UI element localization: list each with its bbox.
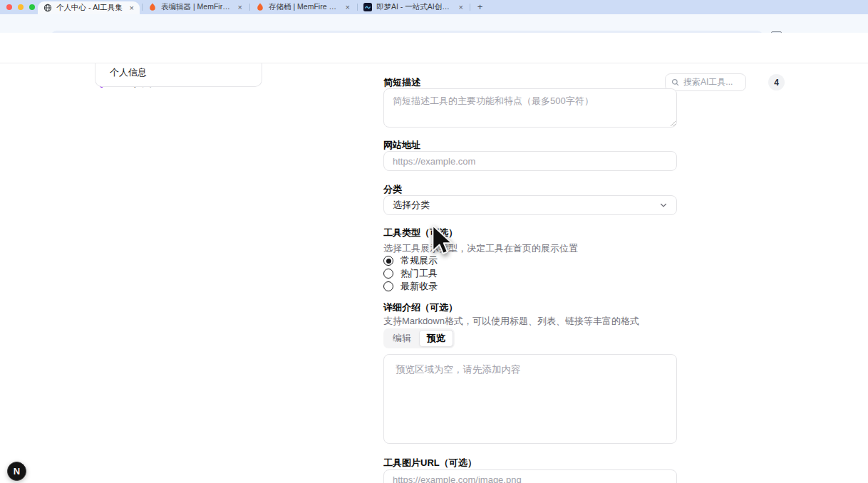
globe-favicon [43, 4, 52, 12]
browser-tab[interactable]: 即梦AI - 一站式AI创作平台 × [358, 0, 469, 14]
tab-divider [470, 4, 470, 11]
radio-label: 热门工具 [401, 267, 438, 280]
radio-label: 常规展示 [401, 254, 438, 267]
radio-icon[interactable] [383, 281, 393, 291]
flame-favicon [148, 3, 157, 11]
browser-tab[interactable]: 存储桶 | MemFire Cloud × [250, 0, 356, 14]
browser-tab-strip: 个人中心 - AI工具集 × 表编辑器 | MemFire Cloud × 存储… [0, 0, 868, 14]
sidebar-item-profile[interactable]: 个人信息 [95, 63, 262, 79]
radio-icon[interactable] [383, 269, 393, 279]
tab-close-icon[interactable]: × [128, 4, 134, 12]
tab-close-icon[interactable]: × [458, 4, 463, 11]
radio-option-normal[interactable]: 常规展示 [383, 255, 438, 266]
tab-close-icon[interactable]: × [237, 4, 242, 11]
site-header: AI工具集 搜索AI工具... 4 [0, 33, 868, 63]
search-placeholder: 搜索AI工具... [683, 76, 733, 88]
new-tab-button[interactable]: + [475, 2, 485, 13]
dream-favicon [363, 3, 372, 11]
tool-type-label: 工具类型（可选） [383, 227, 458, 239]
flame-favicon [256, 3, 264, 11]
browser-tab-active[interactable]: 个人中心 - AI工具集 × [38, 1, 140, 14]
tab-title: 存储桶 | MemFire Cloud [269, 2, 340, 12]
category-select[interactable]: 选择分类 [383, 195, 677, 215]
category-label: 分类 [383, 183, 402, 196]
website-label: 网站地址 [383, 139, 420, 152]
markdown-preview-area: 预览区域为空，请先添加内容 [383, 354, 677, 444]
textarea-resize-grip[interactable] [670, 120, 676, 127]
preview-empty-text: 预览区域为空，请先添加内容 [384, 355, 676, 385]
nextjs-dev-indicator[interactable]: N [7, 462, 26, 481]
radio-icon-checked[interactable] [383, 256, 393, 266]
image-url-input[interactable] [383, 469, 677, 483]
editor-tab-group: 编辑 预览 [383, 328, 455, 348]
browser-toolbar: http://localhost:3000/user/submit New ⋮ [0, 14, 868, 33]
detail-label: 详细介绍（可选） [383, 301, 458, 314]
short-desc-label: 简短描述 [383, 76, 420, 89]
radio-label: 最新收录 [401, 280, 438, 293]
tab-close-icon[interactable]: × [344, 4, 350, 11]
tab-title: 个人中心 - AI工具集 [56, 3, 124, 13]
radio-option-latest[interactable]: 最新收录 [383, 281, 438, 292]
search-icon [671, 78, 679, 86]
category-selected-value: 选择分类 [393, 199, 430, 212]
tab-title: 即梦AI - 一站式AI创作平台 [376, 2, 453, 12]
tab-title: 表编辑器 | MemFire Cloud [161, 2, 232, 12]
macos-close-button[interactable] [6, 4, 12, 10]
radio-option-hot[interactable]: 热门工具 [383, 268, 438, 279]
tool-type-hint: 选择工具展示类型，决定工具在首页的展示位置 [383, 242, 578, 255]
short-desc-textarea[interactable] [383, 88, 677, 128]
macos-minimize-button[interactable] [18, 4, 24, 10]
browser-window: 个人中心 - AI工具集 × 表编辑器 | MemFire Cloud × 存储… [0, 0, 868, 483]
website-input[interactable] [383, 151, 677, 171]
profile-sidebar-card: 个人信息 [95, 63, 262, 87]
search-input[interactable]: 搜索AI工具... [665, 73, 746, 91]
macos-zoom-button[interactable] [29, 4, 35, 10]
browser-tab[interactable]: 表编辑器 | MemFire Cloud × [143, 0, 248, 14]
tab-preview[interactable]: 预览 [419, 330, 453, 347]
tab-edit[interactable]: 编辑 [385, 330, 419, 347]
chevron-down-icon [659, 201, 668, 209]
image-url-label: 工具图片URL（可选） [383, 457, 477, 469]
notification-count-badge[interactable]: 4 [768, 74, 785, 90]
markdown-hint: 支持Markdown格式，可以使用标题、列表、链接等丰富的格式 [383, 315, 639, 328]
